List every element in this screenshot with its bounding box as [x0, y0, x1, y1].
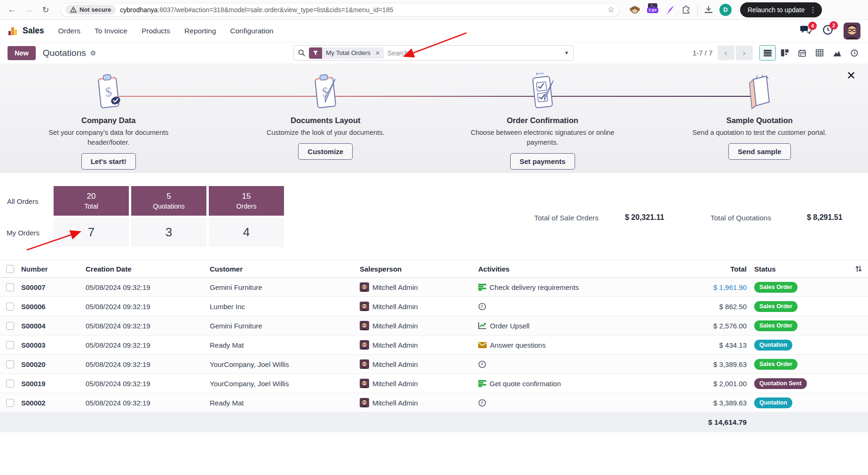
activity-cell[interactable]: Get quote confirmation — [476, 380, 678, 388]
pivot-view-icon — [816, 49, 823, 56]
pen-extension-icon[interactable] — [665, 5, 675, 15]
monkey-extension-icon[interactable] — [629, 4, 640, 16]
lets-start-button[interactable]: Let's start! — [81, 153, 136, 170]
table-row[interactable]: S00007 05/08/2024 09:32:19 Gemini Furnit… — [0, 278, 868, 297]
search-bar[interactable]: My Total Orders ✕ Search.... ▼ — [293, 45, 574, 61]
pager-previous-button[interactable]: ‹ — [718, 46, 734, 60]
all-orders-row-label: All Orders — [7, 197, 39, 205]
browser-forward-icon[interactable]: → — [22, 3, 36, 17]
optional-columns-button[interactable] — [851, 265, 868, 273]
col-status[interactable]: Status — [749, 265, 851, 273]
table-row[interactable]: S00020 05/08/2024 09:32:19 YourCompany, … — [0, 355, 868, 374]
tasks-activity-icon — [478, 284, 486, 291]
row-checkbox[interactable] — [6, 283, 14, 291]
view-graph-button[interactable] — [829, 45, 845, 61]
my-total-box[interactable]: 7 — [54, 218, 129, 247]
row-checkbox[interactable] — [6, 360, 14, 368]
action-gear-icon[interactable]: ⚙ — [90, 49, 96, 57]
address-bar[interactable]: Not secure cybrodhanya:8037/web#action=3… — [60, 3, 620, 17]
browser-back-icon[interactable]: ← — [5, 3, 19, 17]
col-customer[interactable]: Customer — [207, 265, 357, 273]
upsell-chart-activity-icon — [478, 322, 487, 329]
select-all-checkbox[interactable] — [6, 265, 14, 273]
odoo-navbar: Sales Orders To Invoice Products Reporti… — [0, 20, 868, 42]
new-button[interactable]: New — [8, 46, 36, 60]
table-row[interactable]: S00002 05/08/2024 09:32:19 Ready Mat Mit… — [0, 393, 868, 413]
activity-cell[interactable] — [476, 399, 678, 407]
list-view-icon — [764, 50, 772, 56]
view-pivot-button[interactable] — [812, 45, 828, 61]
row-checkbox[interactable] — [6, 341, 14, 349]
onboarding-step-title: Order Confirmation — [507, 116, 578, 125]
col-creation-date[interactable]: Creation Date — [83, 265, 207, 273]
my-quotations-box[interactable]: 3 — [131, 218, 206, 247]
row-total: $ 434.13 — [678, 341, 749, 349]
app-brand[interactable]: Sales — [8, 26, 44, 36]
set-payments-button[interactable]: Set payments — [510, 153, 575, 170]
customize-button[interactable]: Customize — [298, 143, 353, 160]
onboarding-close-icon[interactable]: ✕ — [846, 70, 856, 81]
activity-cell[interactable] — [476, 303, 678, 311]
table-row[interactable]: S00003 05/08/2024 09:32:19 Ready Mat Mit… — [0, 335, 868, 355]
relaunch-to-update-button[interactable]: Relaunch to update ⋮ — [740, 2, 822, 17]
pager-next-button[interactable]: › — [736, 46, 753, 60]
menu-configuration[interactable]: Configuration — [230, 27, 273, 35]
view-list-button[interactable] — [759, 45, 776, 61]
warning-icon — [70, 7, 77, 13]
user-avatar[interactable] — [844, 23, 860, 39]
all-quotations-box[interactable]: 5 Quotations — [131, 186, 206, 216]
row-checkbox[interactable] — [6, 322, 14, 330]
menu-products[interactable]: Products — [142, 27, 170, 35]
relaunch-label: Relaunch to update — [748, 6, 805, 14]
messages-button[interactable]: 4 — [800, 25, 812, 37]
row-checkbox[interactable] — [6, 303, 14, 311]
activity-cell[interactable]: Answer questions — [476, 341, 678, 349]
table-row[interactable]: S00004 05/08/2024 09:32:19 Gemini Furnit… — [0, 316, 868, 335]
row-checkbox[interactable] — [6, 380, 14, 388]
browser-profile-avatar[interactable]: D — [719, 4, 732, 16]
onboarding-step-company-data: $ Company Data Set your company's data f… — [0, 63, 217, 172]
view-activity-button[interactable] — [846, 45, 863, 61]
extensions-puzzle-icon[interactable] — [681, 5, 691, 15]
activity-cell[interactable] — [476, 360, 678, 368]
view-calendar-button[interactable] — [794, 45, 811, 61]
terminal-extension-icon[interactable]: >_ 7.0+ — [647, 3, 659, 16]
all-total-box[interactable]: 20 Total — [54, 186, 129, 216]
search-dropdown-caret-icon[interactable]: ▼ — [564, 50, 569, 55]
browser-reload-icon[interactable]: ↻ — [39, 3, 53, 17]
search-placeholder[interactable]: Search.... — [387, 49, 416, 57]
bookmark-star-icon[interactable]: ☆ — [608, 5, 615, 15]
send-sample-button[interactable]: Send sample — [728, 143, 791, 160]
view-kanban-button[interactable] — [777, 45, 793, 61]
salesperson-avatar — [360, 398, 369, 407]
kanban-view-icon — [781, 49, 789, 56]
table-row[interactable]: S00006 05/08/2024 09:32:19 Lumber Inc Mi… — [0, 297, 868, 316]
onboarding-step-title: Sample Quotation — [726, 116, 793, 125]
menu-to-invoice[interactable]: To Invoice — [95, 27, 127, 35]
col-number[interactable]: Number — [19, 265, 83, 273]
activities-button[interactable]: 2 — [822, 24, 833, 37]
search-facet-my-total-orders[interactable]: My Total Orders ✕ — [309, 47, 384, 59]
all-orders-box[interactable]: 15 Orders — [209, 186, 284, 216]
col-salesperson[interactable]: Salesperson — [357, 265, 476, 273]
adjust-columns-icon — [855, 265, 862, 273]
row-checkbox[interactable] — [6, 399, 14, 407]
chrome-menu-kebab-icon[interactable]: ⋮ — [809, 6, 816, 14]
my-orders-box[interactable]: 4 — [209, 218, 284, 247]
col-activities[interactable]: Activities — [476, 265, 678, 273]
facet-remove-icon[interactable]: ✕ — [374, 50, 384, 56]
search-icon — [298, 49, 305, 56]
col-total[interactable]: Total — [678, 265, 749, 273]
extension-area: >_ 7.0+ D — [629, 3, 732, 16]
page: ← → ↻ Not secure cybrodhanya:8037/web#ac… — [0, 0, 868, 475]
downloads-icon[interactable] — [704, 5, 713, 15]
not-secure-chip[interactable]: Not secure — [65, 5, 116, 15]
table-footer: $ 14,614.79 — [0, 413, 868, 432]
activity-cell[interactable]: Order Upsell — [476, 322, 678, 330]
table-row[interactable]: S00019 05/08/2024 09:32:19 YourCompany, … — [0, 374, 868, 393]
app-name[interactable]: Sales — [23, 26, 44, 36]
menu-reporting[interactable]: Reporting — [184, 27, 216, 35]
onboarding-step-description: Send a quotation to test the customer po… — [693, 128, 827, 138]
menu-orders[interactable]: Orders — [58, 27, 80, 35]
activity-cell[interactable]: Check delivery requirements — [476, 283, 678, 291]
